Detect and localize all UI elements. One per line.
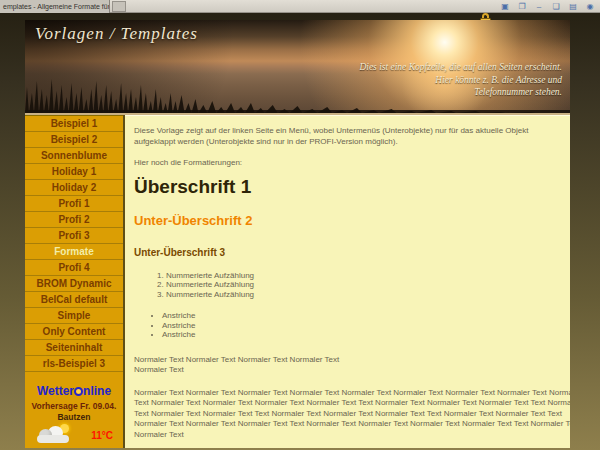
bullet-list-item: Anstriche [162,311,558,321]
help-icon[interactable]: ◉ [585,2,595,11]
sun-logo-icon [74,387,83,396]
intro-paragraph: Diese Vorlage zeigt auf der linken Seite… [134,126,558,147]
bookmark-icon[interactable]: ▣ [500,2,510,11]
numbered-list: Nummerierte Aufzählung Nummerierte Aufzä… [134,271,558,300]
sidebar-item-profi-3[interactable]: Profi 3 [25,228,123,244]
normal-text-paragraph: Normaler Text Normaler Text Normaler Tex… [134,355,558,376]
sidebar-item-profi-2[interactable]: Profi 2 [25,212,123,228]
temperature-value: 11°C [91,430,115,441]
sidebar-item-sonnenblume[interactable]: Sonnenblume [25,148,123,164]
tile-icon[interactable]: ❏ [551,2,561,11]
content-pane: Diese Vorlage zeigt auf der linken Seite… [125,115,570,448]
wetteronline-logo[interactable]: Wetternline [25,384,123,398]
sidebar-item-beispiel-1[interactable]: Beispiel 1 [25,116,123,132]
weather-condition-row: 11°C [25,422,123,444]
tagline-line-2: Hier könnte z. B. die Adresse und [359,74,562,87]
sun-behind-cloud-icon [35,426,73,444]
sidebar-item-rls-beispiel-3[interactable]: rls-Beispiel 3 [25,356,123,372]
weather-forecast-date: Vorhersage Fr. 09.04. [25,401,123,411]
bullet-list-item: Anstriche [162,321,558,331]
browser-tab-stub[interactable] [112,1,126,12]
header-image: Vorlagen / Templates Dies ist eine Kopfz… [25,20,570,115]
site-body: Beispiel 1 Beispiel 2 Sonnenblume Holida… [25,115,570,448]
sidebar-item-holiday-2[interactable]: Holiday 2 [25,180,123,196]
site-container: Vorlagen / Templates Dies ist eine Kopfz… [25,20,570,448]
heading-3: Unter-Überschrift 3 [134,247,558,258]
sidebar-item-belcal-default[interactable]: BelCal default [25,292,123,308]
sidebar-item-holiday-1[interactable]: Holiday 1 [25,164,123,180]
header-tagline: Dies ist eine Kopfzeile, die auf allen S… [359,61,562,99]
heading-2: Unter-Überschrift 2 [134,213,558,228]
sidebar-item-only-content[interactable]: Only Content [25,324,123,340]
heading-1: Überschrift 1 [134,176,558,198]
bullet-list: Anstriche Anstriche Anstriche [134,311,558,340]
weather-controls: 3 Tage ▼ GO [25,444,123,448]
numbered-list-item: Nummerierte Aufzählung [166,271,558,281]
browser-tab[interactable]: emplates - Allgemeine Formate für Texte … [0,0,110,13]
long-text-paragraph: Normaler Text Normaler Text Normaler Tex… [134,388,570,441]
numbered-list-item: Nummerierte Aufzählung [166,290,558,300]
sidebar-item-simple[interactable]: Simple [25,308,123,324]
sidebar-item-profi-1[interactable]: Profi 1 [25,196,123,212]
sidebar: Beispiel 1 Beispiel 2 Sonnenblume Holida… [25,115,125,448]
formats-lead-in: Hier noch die Formatierungen: [134,158,558,169]
sidebar-item-profi-4[interactable]: Profi 4 [25,260,123,276]
page-icon[interactable]: ▤ [568,2,578,11]
sidebar-item-seiteninhalt[interactable]: Seiteninhalt [25,340,123,356]
tagline-line-3: Telefonnummer stehen. [359,86,562,99]
weather-city: Bautzen [25,412,123,422]
page-background: Vorlagen / Templates Dies ist eine Kopfz… [0,13,600,450]
sidebar-item-beispiel-2[interactable]: Beispiel 2 [25,132,123,148]
browser-chrome: emplates - Allgemeine Formate für Texte … [0,0,600,13]
sidebar-item-formate[interactable]: Formate [25,244,123,260]
tagline-line-1: Dies ist eine Kopfzeile, die auf allen S… [359,61,562,74]
bullet-list-item: Anstriche [162,330,558,340]
page-title: Vorlagen / Templates [35,24,198,44]
sidebar-item-brom-dynamic[interactable]: BROM Dynamic [25,276,123,292]
minimize-icon[interactable]: – [534,2,544,11]
browser-toolbar-icons: ▣ ❐ – ❏ ▤ ◉ [500,2,595,11]
numbered-list-item: Nummerierte Aufzählung [166,280,558,290]
weather-widget: Wetternline Vorhersage Fr. 09.04. Bautze… [25,384,123,448]
windows-icon[interactable]: ❐ [517,2,527,11]
main-menu: Beispiel 1 Beispiel 2 Sonnenblume Holida… [25,115,123,372]
browser-tab-title: emplates - Allgemeine Formate für Texte … [3,3,110,10]
